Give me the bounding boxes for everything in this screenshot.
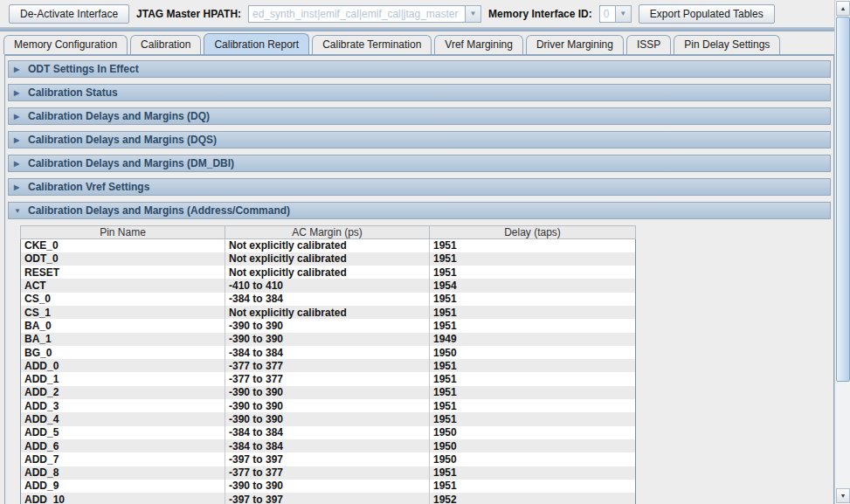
pin-name-cell: ADD_6 (21, 439, 225, 452)
tab-bar: Memory ConfigurationCalibrationCalibrati… (3, 35, 780, 54)
pin-name-cell: RESET (21, 266, 225, 279)
deactivate-interface-button[interactable]: De-Activate Interface (9, 4, 129, 24)
section-header-calibration-vref-settings[interactable]: ▶Calibration Vref Settings (8, 178, 831, 196)
table-row[interactable]: ADD_10-397 to 3971952 (21, 493, 636, 504)
pin-name-cell: ADD_2 (21, 386, 225, 399)
tab-calibrate-termination[interactable]: Calibrate Termination (312, 35, 432, 54)
table-row[interactable]: ADD_6-384 to 3841950 (21, 439, 636, 452)
delay-cell: 1952 (430, 493, 636, 504)
tab-calibration-report[interactable]: Calibration Report (204, 33, 309, 54)
delay-cell: 1951 (430, 266, 636, 279)
table-row[interactable]: ADD_3-390 to 3901951 (21, 399, 636, 412)
ac-margin-cell: -397 to 397 (225, 452, 430, 466)
table-row[interactable]: CS_1Not explicitly calibrated1951 (21, 306, 636, 319)
toolbar-divider (0, 27, 834, 31)
delay-cell: 1951 (430, 252, 636, 266)
section-title: Calibration Status (28, 86, 118, 99)
chevron-down-icon[interactable]: ▼ (615, 5, 632, 23)
ac-margin-cell: -397 to 397 (225, 493, 430, 504)
table-row[interactable]: ACT-410 to 4101954 (21, 279, 636, 292)
delay-cell: 1951 (430, 412, 636, 425)
ac-margin-cell: -384 to 384 (225, 293, 430, 306)
tab-memory-configuration[interactable]: Memory Configuration (3, 35, 128, 54)
section-header-calibration-delays-and-margins-address-command[interactable]: ▼Calibration Delays and Margins (Address… (8, 202, 831, 219)
chevron-right-icon: ▶ (14, 183, 22, 191)
arrow-down-icon: ▼ (840, 493, 847, 499)
pin-name-cell: CS_0 (21, 293, 225, 306)
ac-margin-cell: -390 to 390 (225, 399, 430, 412)
section-title: Calibration Delays and Margins (DM_DBI) (28, 157, 234, 169)
tab-calibration[interactable]: Calibration (130, 35, 201, 54)
table-row[interactable]: ADD_2-390 to 3901951 (21, 386, 636, 399)
delay-cell: 1949 (430, 333, 636, 346)
delay-cell: 1950 (430, 439, 636, 452)
table-row[interactable]: ADD_5-384 to 3841950 (21, 426, 636, 439)
pin-name-cell: ACT (21, 279, 225, 292)
section-header-odt-settings-in-effect[interactable]: ▶ODT Settings In Effect (8, 60, 831, 78)
table-row[interactable]: ADD_0-377 to 3771951 (21, 359, 636, 372)
ac-margin-cell: -377 to 377 (225, 372, 430, 385)
table-row[interactable]: BA_1-390 to 3901949 (21, 333, 636, 346)
delay-cell: 1951 (430, 466, 636, 480)
export-populated-tables-button[interactable]: Export Populated Tables (639, 4, 775, 24)
tab-vref-margining[interactable]: Vref Margining (434, 35, 523, 54)
calibration-report-panel: ▶ODT Settings In Effect▶Calibration Stat… (4, 54, 834, 504)
table-row[interactable]: BA_0-390 to 3901951 (21, 319, 636, 332)
delay-cell: 1951 (430, 386, 636, 399)
table-row[interactable]: ADD_4-390 to 3901951 (21, 412, 636, 425)
ac-margin-cell: -384 to 384 (225, 346, 430, 359)
column-header-ac-margin-ps: AC Margin (ps) (225, 226, 430, 239)
pin-name-cell: ADD_0 (21, 359, 225, 372)
section-header-calibration-status[interactable]: ▶Calibration Status (8, 84, 831, 101)
ac-margin-cell: -377 to 377 (225, 359, 430, 372)
scroll-up-button[interactable]: ▲ (836, 1, 850, 16)
chevron-down-icon[interactable]: ▼ (465, 5, 481, 23)
ac-margin-cell: Not explicitly calibrated (225, 306, 430, 319)
arrow-up-icon: ▲ (840, 5, 847, 11)
ac-margin-cell: Not explicitly calibrated (225, 266, 430, 279)
toolbar: De-Activate Interface JTAG Master HPATH:… (0, 0, 834, 27)
table-row[interactable]: CKE_0Not explicitly calibrated1951 (21, 239, 636, 252)
pin-name-cell: ADD_9 (21, 480, 225, 493)
table-row[interactable]: RESETNot explicitly calibrated1951 (21, 266, 636, 279)
jtag-hpath-label: JTAG Master HPATH: (136, 8, 241, 20)
pin-name-cell: CKE_0 (21, 239, 225, 252)
table-row[interactable]: BG_0-384 to 3841950 (21, 346, 636, 359)
tab-driver-margining[interactable]: Driver Margining (526, 35, 624, 54)
memory-interface-id-label: Memory Interface ID: (488, 8, 592, 20)
table-row[interactable]: ADD_9-390 to 3901951 (21, 480, 636, 493)
delay-cell: 1951 (430, 293, 636, 306)
delay-cell: 1950 (430, 426, 636, 439)
ac-margin-cell: -377 to 377 (225, 466, 430, 480)
delay-cell: 1951 (430, 480, 636, 493)
section-header-calibration-delays-and-margins-dq[interactable]: ▶Calibration Delays and Margins (DQ) (8, 107, 831, 125)
scrollbar-thumb[interactable] (836, 17, 850, 382)
pin-name-cell: ADD_10 (21, 493, 225, 504)
jtag-hpath-combobox[interactable]: ed_synth_inst|emif_cal|emif_cal|jtag_mas… (248, 5, 481, 23)
tab-pin-delay-settings[interactable]: Pin Delay Settings (674, 35, 780, 54)
ac-margin-cell: -390 to 390 (225, 319, 430, 332)
pin-name-cell: ADD_5 (21, 426, 225, 439)
memory-interface-id-combobox[interactable]: 0 ▼ (599, 5, 632, 23)
table-row[interactable]: CS_0-384 to 3841951 (21, 293, 636, 306)
chevron-right-icon: ▶ (14, 89, 22, 97)
pin-name-cell: ADD_4 (21, 412, 225, 425)
chevron-right-icon: ▶ (14, 160, 22, 168)
tab-issp[interactable]: ISSP (626, 35, 671, 54)
section-title: ODT Settings In Effect (28, 63, 139, 75)
table-row[interactable]: ODT_0Not explicitly calibrated1951 (21, 252, 636, 266)
chevron-down-icon: ▼ (14, 207, 22, 215)
ac-margin-cell: -410 to 410 (225, 279, 430, 292)
delay-cell: 1951 (430, 319, 636, 332)
ac-margin-cell: Not explicitly calibrated (225, 252, 430, 266)
scroll-down-button[interactable]: ▼ (836, 488, 850, 503)
column-header-pin-name: Pin Name (21, 226, 225, 239)
table-row[interactable]: ADD_8-377 to 3771951 (21, 466, 636, 480)
section-header-calibration-delays-and-margins-dqs[interactable]: ▶Calibration Delays and Margins (DQS) (8, 131, 831, 148)
vertical-scrollbar[interactable]: ▲ ▼ (834, 0, 850, 504)
pin-name-cell: ODT_0 (21, 252, 225, 266)
table-row[interactable]: ADD_7-397 to 3971950 (21, 452, 636, 466)
section-header-calibration-delays-and-margins-dm-dbi[interactable]: ▶Calibration Delays and Margins (DM_DBI) (8, 155, 831, 172)
table-row[interactable]: ADD_1-377 to 3771951 (21, 372, 636, 385)
delay-cell: 1951 (430, 399, 636, 412)
